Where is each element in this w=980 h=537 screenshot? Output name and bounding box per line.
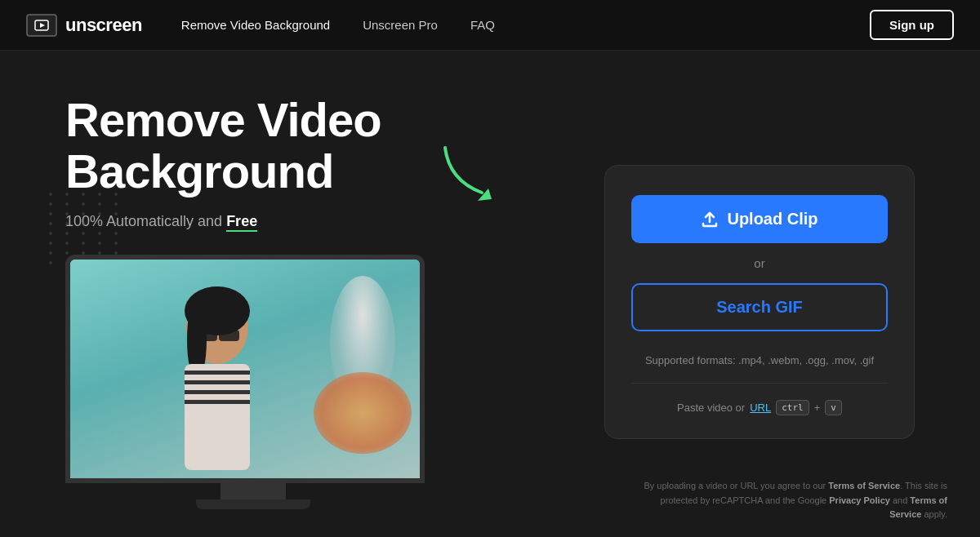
logo-text: unscreen	[65, 15, 142, 36]
arrow-decoration	[433, 135, 506, 212]
svg-rect-11	[185, 390, 250, 394]
dot-grid-decoration	[49, 193, 124, 264]
upload-card: Upload Clip or Search GIF Supported form…	[604, 165, 915, 439]
svg-rect-12	[185, 400, 250, 404]
monitor-screen	[65, 255, 425, 483]
kbd-ctrl: ctrl	[776, 400, 809, 415]
nav-link-pro[interactable]: Unscreen Pro	[363, 18, 438, 32]
footer-disclaimer: By uploading a video or URL you agree to…	[637, 479, 947, 522]
logo[interactable]: unscreen	[26, 14, 142, 37]
svg-marker-1	[40, 23, 45, 28]
upload-panel: Upload Clip or Search GIF Supported form…	[604, 165, 915, 439]
svg-rect-6	[197, 330, 217, 341]
main-content: Remove Video Background 100% Automatical…	[0, 51, 980, 537]
nav-link-faq[interactable]: FAQ	[470, 18, 495, 32]
upload-clip-button[interactable]: Upload Clip	[631, 195, 888, 243]
logo-icon	[26, 14, 57, 37]
search-gif-button[interactable]: Search GIF	[631, 283, 888, 331]
upload-icon	[701, 211, 719, 229]
url-link[interactable]: URL	[750, 402, 771, 414]
svg-rect-8	[185, 364, 250, 470]
or-separator: or	[631, 256, 888, 270]
nav-link-remove-bg[interactable]: Remove Video Background	[181, 18, 330, 32]
monitor-stand	[220, 483, 286, 499]
nav-links: Remove Video Background Unscreen Pro FAQ	[181, 18, 870, 32]
monitor-base	[196, 499, 310, 509]
signup-button[interactable]: Sign up	[870, 10, 954, 40]
hero-left: Remove Video Background 100% Automatical…	[65, 95, 555, 509]
hero-subtitle: 100% Automatically and Free	[65, 213, 555, 230]
svg-rect-9	[185, 371, 250, 375]
monitor-mockup	[65, 255, 441, 509]
supported-formats-text: Supported formats: .mp4, .webm, .ogg, .m…	[631, 354, 888, 384]
svg-rect-7	[219, 330, 239, 341]
svg-rect-10	[185, 380, 250, 384]
navigation: unscreen Remove Video Background Unscree…	[0, 0, 980, 51]
kbd-v: v	[825, 400, 842, 415]
paste-area: Paste video or URL ctrl + v	[631, 400, 888, 415]
